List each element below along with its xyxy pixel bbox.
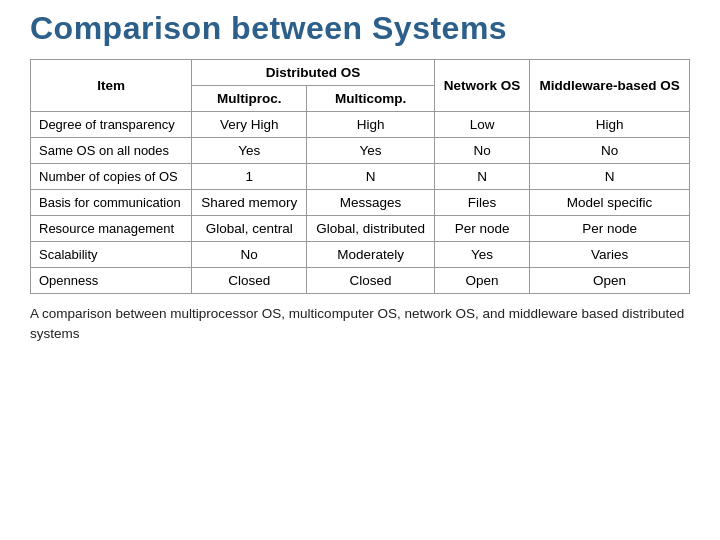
cell-multicomp-0: High <box>307 112 435 138</box>
row-label-0: Degree of transparency <box>31 112 192 138</box>
cell-multicomp-2: N <box>307 164 435 190</box>
cell-multiproc-6: Closed <box>192 268 307 294</box>
cell-multicomp-1: Yes <box>307 138 435 164</box>
cell-network_os-3: Files <box>435 190 530 216</box>
col-network-os: Network OS <box>435 60 530 112</box>
cell-multiproc-1: Yes <box>192 138 307 164</box>
cell-network_os-4: Per node <box>435 216 530 242</box>
cell-multicomp-3: Messages <box>307 190 435 216</box>
table-row: ScalabilityNoModeratelyYesVaries <box>31 242 690 268</box>
cell-network_os-5: Yes <box>435 242 530 268</box>
comparison-table: Item Distributed OS Network OS Middlewar… <box>30 59 690 294</box>
cell-network_os-2: N <box>435 164 530 190</box>
cell-middleware_os-5: Varies <box>530 242 690 268</box>
cell-middleware_os-1: No <box>530 138 690 164</box>
col-dist-os: Distributed OS <box>192 60 435 86</box>
table-row: OpennessClosedClosedOpenOpen <box>31 268 690 294</box>
row-label-2: Number of copies of OS <box>31 164 192 190</box>
row-label-1: Same OS on all nodes <box>31 138 192 164</box>
col-middleware-os: Middleware-based OS <box>530 60 690 112</box>
col-multiproc: Multiproc. <box>192 86 307 112</box>
cell-multiproc-5: No <box>192 242 307 268</box>
row-label-6: Openness <box>31 268 192 294</box>
cell-multiproc-3: Shared memory <box>192 190 307 216</box>
table-row: Number of copies of OS1NNN <box>31 164 690 190</box>
cell-multiproc-4: Global, central <box>192 216 307 242</box>
cell-middleware_os-4: Per node <box>530 216 690 242</box>
cell-network_os-1: No <box>435 138 530 164</box>
cell-network_os-0: Low <box>435 112 530 138</box>
table-row: Basis for communicationShared memoryMess… <box>31 190 690 216</box>
cell-middleware_os-2: N <box>530 164 690 190</box>
cell-multicomp-5: Moderately <box>307 242 435 268</box>
cell-middleware_os-0: High <box>530 112 690 138</box>
row-label-5: Scalability <box>31 242 192 268</box>
cell-middleware_os-6: Open <box>530 268 690 294</box>
cell-multiproc-0: Very High <box>192 112 307 138</box>
table-row: Same OS on all nodesYesYesNoNo <box>31 138 690 164</box>
footer-text: A comparison between multiprocessor OS, … <box>30 304 690 345</box>
cell-multicomp-6: Closed <box>307 268 435 294</box>
cell-network_os-6: Open <box>435 268 530 294</box>
cell-middleware_os-3: Model specific <box>530 190 690 216</box>
cell-multicomp-4: Global, distributed <box>307 216 435 242</box>
table-row: Degree of transparencyVery HighHighLowHi… <box>31 112 690 138</box>
page-title: Comparison between Systems <box>30 10 690 47</box>
col-item: Item <box>31 60 192 112</box>
cell-multiproc-2: 1 <box>192 164 307 190</box>
row-label-3: Basis for communication <box>31 190 192 216</box>
table-row: Resource managementGlobal, centralGlobal… <box>31 216 690 242</box>
row-label-4: Resource management <box>31 216 192 242</box>
col-multicomp: Multicomp. <box>307 86 435 112</box>
